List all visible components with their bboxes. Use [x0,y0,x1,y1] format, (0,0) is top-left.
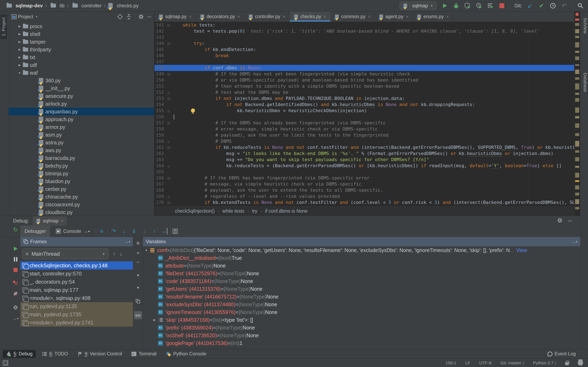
toolwindow-terminal[interactable]: >_Terminal [128,350,160,358]
fold-open-icon[interactable]: ⊟ [165,65,172,71]
settings-icon[interactable] [11,303,20,312]
breadcrumb-item[interactable]: checks.py [108,3,139,8]
caret-position[interactable]: 156:1 [445,360,456,365]
stack-frame[interactable]: _, decorators.py:54 [20,278,133,286]
mute-breakpoints-icon[interactable] [11,290,20,298]
stripe-mark[interactable] [575,123,579,128]
chevron-collapsed-icon[interactable]: ▶ [17,48,22,51]
tree-file-bitninja.py[interactable]: bitninja.py [9,170,154,177]
profiler-button[interactable] [476,2,483,9]
fold-open-icon[interactable]: ⊟ [165,120,172,126]
code-line-149[interactable]: 149⊟ # If the DBMS has not yet been fing… [155,71,580,77]
code-line-142[interactable]: 142 test = tests.pop(0) test: {'risk': 1… [155,28,580,34]
stripe-button-sciview[interactable]: SciView [582,18,588,34]
python-interpreter[interactable]: Python 2.7▴▾ [533,360,556,365]
chevron-collapsed-icon[interactable]: ▶ [151,318,158,322]
editor-tab-enums.py[interactable]: enums.py× [413,12,453,22]
chevron-collapsed-icon[interactable]: ▶ [17,25,22,28]
variable-row[interactable]: 01'osShell' (4411739520) = {NoneType} No… [143,332,580,339]
chevron-collapsed-icon[interactable]: ▶ [17,55,22,59]
code-line-159[interactable]: 159 # payload), ask the user to limit th… [155,132,580,138]
close-icon[interactable]: × [283,14,285,19]
git-commit-icon[interactable]: ✔ [538,2,545,9]
stripe-mark[interactable] [575,180,579,182]
code-line-148[interactable]: 148⊟ if conf.dbms is None: [155,65,580,71]
force-step-into-icon[interactable]: ⇓ [130,228,138,234]
move-down-icon[interactable]: ▼ [134,284,142,292]
git-history-icon[interactable] [549,2,556,9]
code-line-147[interactable]: 147 [155,59,580,65]
tab-debugger[interactable]: Debugger [20,225,50,237]
editor-tab-decorators.py[interactable]: decorators.py× [196,12,244,22]
remove-watch-icon[interactable]: − [134,258,142,266]
tree-file-barracuda.py[interactable]: barracuda.py [9,154,154,162]
chevron-collapsed-icon[interactable]: ▶ [17,32,22,36]
thread-selector[interactable]: ≡ MainThread ▼ [22,248,109,259]
variable-row[interactable]: 01'googlePage' (4410417536) = {int} 1 [143,339,580,347]
view-link[interactable]: View [516,247,527,253]
chevron-collapsed-icon[interactable]: ▶ [17,63,22,67]
tree-folder-thirdparty[interactable]: ▶thirdparty [9,46,154,53]
code-editor[interactable]: 141⊟ while tests:142 test = tests.pop(0)… [155,22,580,206]
code-line-141[interactable]: 141⊟ while tests: [155,22,580,28]
file-encoding[interactable]: UTF-8 [479,360,492,365]
chevron-expanded-icon[interactable]: ▼ [143,249,150,252]
fold-end-icon[interactable]: ⌂ [165,163,172,169]
stripe-mark[interactable] [575,57,579,60]
tree-file-anquanbao.py[interactable]: anquanbao.py [9,108,154,115]
tree-file-aesecure.py[interactable]: aesecure.py [9,92,154,100]
stripe-mark[interactable] [575,141,579,147]
run-button[interactable] [441,2,448,9]
stripe-mark[interactable] [575,173,579,178]
variable-row[interactable]: ▶'skip' (4384537168) = {list} <type 'lis… [143,316,580,324]
code-line-161[interactable]: 161⊟ if kb.reduceTests is None and not c… [155,144,580,150]
previous-frame-icon[interactable]: ↑ [113,250,116,257]
close-icon[interactable]: × [189,14,192,19]
editor-tab-common.py[interactable]: common.py× [330,12,375,22]
stripe-mark[interactable] [575,36,579,38]
code-line-163[interactable]: 163 msg += "Do you want to skip test pay… [155,157,580,163]
editor-breadcrumb-item[interactable]: while tests [222,208,244,214]
stack-frame[interactable]: main, sqlmap.py:177 [20,286,133,294]
stripe-button-project[interactable]: 1: Project [0,15,7,39]
tree-folder-waf[interactable]: ▼waf [9,69,154,77]
close-icon[interactable]: × [324,14,326,19]
tree-folder-procs[interactable]: ▶procs [9,22,154,30]
git-rollback-icon[interactable]: ↶ [561,2,568,9]
git-branch[interactable]: Git: master▴▾ [501,360,524,365]
code-line-165[interactable]: 165 [155,169,580,175]
close-icon[interactable]: × [237,14,240,19]
gear-icon[interactable] [557,217,563,223]
fold-open-icon[interactable]: ⊟ [165,96,172,101]
git-update-icon[interactable]: ↙ [527,2,534,9]
breadcrumb-item[interactable]: lib [49,3,65,8]
editor-breadcrumb-item[interactable]: checkSqlInjection() [175,208,215,214]
tree-file-cloudbric.py[interactable]: cloudbric.py [9,208,154,216]
tree-file-airlock.py[interactable]: airlock.py [9,100,154,108]
stripe-mark[interactable] [575,199,579,204]
editor-breadcrumb-item[interactable]: try [252,208,258,214]
close-icon[interactable]: × [406,14,408,19]
toolwindow-versioncontrol[interactable]: 9: Version Control [74,350,125,358]
stripe-mark[interactable] [575,42,579,48]
add-watch-icon[interactable]: + [134,249,142,257]
code-line-153[interactable]: 153⊟ if not injection.dbms and PAYLOAD.T… [155,95,580,101]
fold-open-icon[interactable]: ⊟ [165,22,172,28]
breadcrumb-item[interactable]: controller [71,3,102,8]
show-execution-point-icon[interactable]: ≡ [97,228,106,234]
code-line-143[interactable]: 143 [155,34,580,40]
stripe-mark[interactable] [575,157,579,161]
fold-end-icon[interactable]: ⌂ [165,108,172,114]
close-icon[interactable]: × [368,14,371,19]
stripe-mark[interactable] [575,150,579,153]
code-line-150[interactable]: 150 # or via DBMS-specific payload) and … [155,77,580,83]
tree-folder-txt[interactable]: ▶txt [9,53,154,61]
stripe-mark[interactable] [575,98,579,102]
code-line-164[interactable]: 164⌂ kb.reduceTests = (Backend.getErrorP… [155,163,580,169]
variable-row[interactable]: ▼conf = {AttribDict} {'fileDest': None, … [143,246,580,254]
code-line-166[interactable]: 166⊟ # If the DBMS has been fingerprinte… [155,175,580,181]
stripe-mark[interactable] [575,29,579,33]
smart-step-into-icon[interactable]: ↓ [140,228,149,234]
tree-file-__init__.py[interactable]: __init__.py [9,84,154,92]
gear-icon[interactable] [138,14,144,20]
